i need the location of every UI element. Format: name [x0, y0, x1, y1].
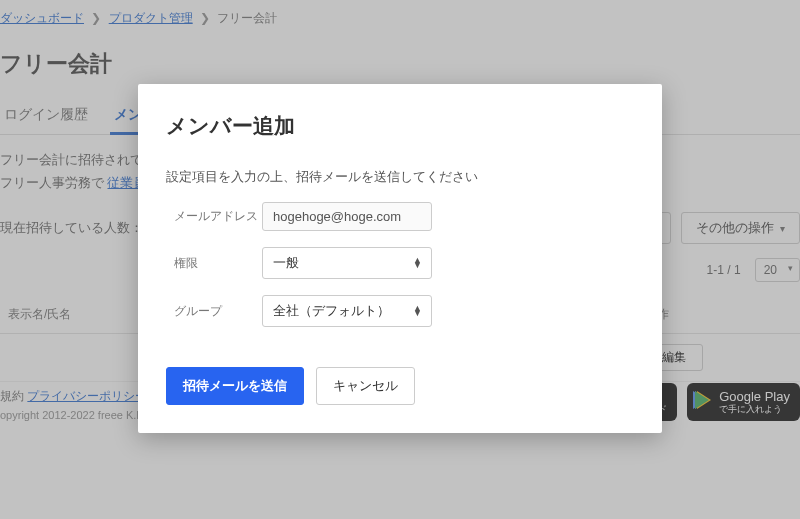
- cancel-button[interactable]: キャンセル: [316, 367, 415, 405]
- email-field[interactable]: [262, 202, 432, 231]
- send-invite-button[interactable]: 招待メールを送信: [166, 367, 304, 405]
- group-select[interactable]: 全社（デフォルト） ▲▼: [262, 295, 432, 327]
- modal-title: メンバー追加: [166, 112, 634, 140]
- add-member-modal: メンバー追加 設定項目を入力の上、招待メールを送信してください メールアドレス …: [138, 84, 662, 433]
- role-label: 権限: [166, 255, 262, 272]
- group-label: グループ: [166, 303, 262, 320]
- chevron-updown-icon: ▲▼: [413, 306, 421, 317]
- modal-overlay[interactable]: メンバー追加 設定項目を入力の上、招待メールを送信してください メールアドレス …: [0, 0, 800, 519]
- modal-instruction: 設定項目を入力の上、招待メールを送信してください: [166, 168, 634, 186]
- email-label: メールアドレス: [166, 208, 262, 225]
- role-select[interactable]: 一般 ▲▼: [262, 247, 432, 279]
- chevron-updown-icon: ▲▼: [413, 258, 421, 269]
